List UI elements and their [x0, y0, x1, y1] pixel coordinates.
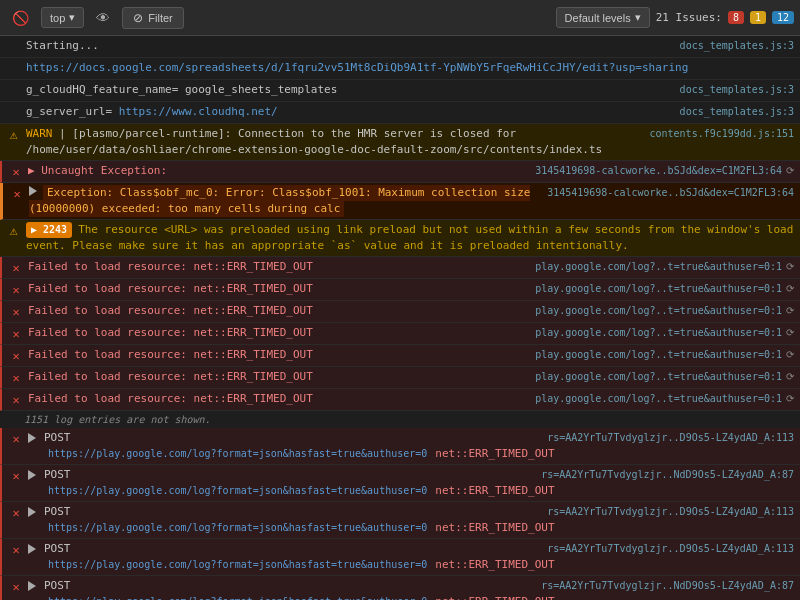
console-output: Starting...docs_templates.js:3https://do… — [0, 36, 800, 600]
log-message: g_cloudHQ_feature_name= google_sheets_te… — [26, 82, 680, 98]
reload-icon[interactable]: ⟳ — [786, 393, 794, 404]
error-icon: ✕ — [8, 392, 24, 408]
error-count-badge[interactable]: 8 — [728, 11, 744, 24]
log-divider: 1151 log entries are not shown. — [0, 411, 800, 428]
post-url[interactable]: https://play.google.com/log?format=json&… — [48, 594, 427, 600]
console-row[interactable]: Starting...docs_templates.js:3 — [0, 36, 800, 58]
reload-icon[interactable]: ⟳ — [786, 305, 794, 316]
issues-summary: 21 Issues: 8 1 12 — [656, 11, 794, 24]
error-icon: ✕ — [8, 304, 24, 320]
console-row[interactable]: ✕Failed to load resource: net::ERR_TIMED… — [0, 389, 800, 411]
error-message: Failed to load resource: net::ERR_TIMED_… — [28, 281, 535, 297]
source-link[interactable]: play.google.com/log?..t=true&authuser=0:… — [535, 391, 794, 407]
source-link[interactable]: play.google.com/log?..t=true&authuser=0:… — [535, 259, 794, 275]
warn-count-message: ▶ 2243The resource <URL> was preloaded u… — [26, 222, 794, 254]
source-link[interactable]: docs_templates.js:3 — [680, 104, 794, 120]
console-row[interactable]: ✕Failed to load resource: net::ERR_TIMED… — [0, 367, 800, 389]
source-link[interactable]: rs=AA2YrTu7Tvdyglzjr..NdD9Os5-LZ4ydAD_A:… — [541, 578, 794, 594]
console-row[interactable]: ✕POSTrs=AA2YrTu7Tvdyglzjr..NdD9Os5-LZ4yd… — [0, 576, 800, 600]
console-row[interactable]: ✕Failed to load resource: net::ERR_TIMED… — [0, 279, 800, 301]
log-link-row: https://docs.google.com/spreadsheets/d/1… — [26, 60, 794, 76]
console-row[interactable]: ✕Exception: Class$obf_mc_0: Error: Class… — [0, 183, 800, 220]
log-link[interactable]: https://docs.google.com/spreadsheets/d/1… — [26, 61, 688, 74]
error-post-message: POSTrs=AA2YrTu7Tvdyglzjr..D9Os5-LZ4ydAD_… — [28, 504, 794, 536]
issues-label: 21 Issues: — [656, 11, 722, 24]
reload-icon[interactable]: ⟳ — [786, 371, 794, 382]
top-context-selector[interactable]: top ▾ — [41, 7, 84, 28]
filter-button[interactable]: ⊘ Filter — [122, 7, 183, 29]
console-row[interactable]: ✕POSTrs=AA2YrTu7Tvdyglzjr..D9Os5-LZ4ydAD… — [0, 539, 800, 576]
filter-icon: ⊘ — [133, 11, 143, 25]
expand-icon[interactable] — [28, 470, 36, 480]
error-icon: ✕ — [8, 468, 24, 484]
console-row[interactable]: g_server_url= https://www.cloudhq.net/do… — [0, 102, 800, 124]
post-url[interactable]: https://play.google.com/log?format=json&… — [48, 446, 427, 462]
default-levels-label: Default levels — [565, 12, 631, 24]
console-row[interactable]: ✕POSTrs=AA2YrTu7Tvdyglzjr..NdD9Os5-LZ4yd… — [0, 465, 800, 502]
error-icon: ✕ — [8, 348, 24, 364]
net-error-text: net::ERR_TIMED_OUT — [435, 557, 554, 573]
default-levels-button[interactable]: Default levels ▾ — [556, 7, 650, 28]
console-row[interactable]: ⚠▶ 2243The resource <URL> was preloaded … — [0, 220, 800, 257]
error-message: Failed to load resource: net::ERR_TIMED_… — [28, 369, 535, 385]
source-link[interactable]: play.google.com/log?..t=true&authuser=0:… — [535, 303, 794, 319]
log-link[interactable]: https://www.cloudhq.net/ — [119, 105, 278, 118]
console-row[interactable]: ✕▶ Uncaught Exception:3145419698-calcwor… — [0, 161, 800, 183]
error-icon: ✕ — [8, 260, 24, 276]
log-message: Starting... — [26, 38, 680, 54]
console-row[interactable]: https://docs.google.com/spreadsheets/d/1… — [0, 58, 800, 80]
post-url[interactable]: https://play.google.com/log?format=json&… — [48, 483, 427, 499]
source-link[interactable]: 3145419698-calcworke..bSJd&dex=C1M2FL3:6… — [547, 185, 794, 201]
reload-icon[interactable]: ⟳ — [786, 165, 794, 176]
source-link[interactable]: play.google.com/log?..t=true&authuser=0:… — [535, 369, 794, 385]
info-icon — [6, 105, 22, 121]
reload-icon[interactable]: ⟳ — [786, 327, 794, 338]
info-icon — [6, 39, 22, 55]
source-link[interactable]: docs_templates.js:3 — [680, 38, 794, 54]
console-row[interactable]: ✕POSTrs=AA2YrTu7Tvdyglzjr..D9Os5-LZ4ydAD… — [0, 502, 800, 539]
console-row[interactable]: ✕Failed to load resource: net::ERR_TIMED… — [0, 301, 800, 323]
error-message: ▶ Uncaught Exception: — [28, 163, 535, 179]
source-link[interactable]: docs_templates.js:3 — [680, 82, 794, 98]
net-error-text: net::ERR_TIMED_OUT — [435, 483, 554, 499]
error-icon: ✕ — [8, 505, 24, 521]
net-error-text: net::ERR_TIMED_OUT — [435, 594, 554, 600]
error-post-message: POSTrs=AA2YrTu7Tvdyglzjr..D9Os5-LZ4ydAD_… — [28, 541, 794, 573]
source-link[interactable]: play.google.com/log?..t=true&authuser=0:… — [535, 325, 794, 341]
eye-icon-button[interactable]: 👁 — [90, 6, 116, 30]
expand-icon[interactable] — [28, 507, 36, 517]
warning-count-badge[interactable]: 1 — [750, 11, 766, 24]
source-link[interactable]: rs=AA2YrTu7Tvdyglzjr..D9Os5-LZ4ydAD_A:11… — [547, 430, 794, 446]
warn-repeat-badge[interactable]: ▶ 2243 — [26, 222, 72, 238]
source-link[interactable]: rs=AA2YrTu7Tvdyglzjr..D9Os5-LZ4ydAD_A:11… — [547, 541, 794, 557]
net-error-text: net::ERR_TIMED_OUT — [435, 520, 554, 536]
expand-icon[interactable] — [28, 581, 36, 591]
expand-icon[interactable] — [28, 544, 36, 554]
source-link[interactable]: rs=AA2YrTu7Tvdyglzjr..NdD9Os5-LZ4ydAD_A:… — [541, 467, 794, 483]
console-row[interactable]: ⚠WARN | [plasmo/parcel-runtime]: Connect… — [0, 124, 800, 161]
clear-console-button[interactable]: 🚫 — [6, 6, 35, 30]
source-link[interactable]: rs=AA2YrTu7Tvdyglzjr..D9Os5-LZ4ydAD_A:11… — [547, 504, 794, 520]
error-message: Failed to load resource: net::ERR_TIMED_… — [28, 303, 535, 319]
expand-icon[interactable] — [28, 433, 36, 443]
post-url[interactable]: https://play.google.com/log?format=json&… — [48, 557, 427, 573]
error-message: Failed to load resource: net::ERR_TIMED_… — [28, 347, 535, 363]
reload-icon[interactable]: ⟳ — [786, 283, 794, 294]
source-link[interactable]: play.google.com/log?..t=true&authuser=0:… — [535, 281, 794, 297]
console-row[interactable]: ✕Failed to load resource: net::ERR_TIMED… — [0, 257, 800, 279]
error-post-message: POSTrs=AA2YrTu7Tvdyglzjr..D9Os5-LZ4ydAD_… — [28, 430, 794, 462]
post-url[interactable]: https://play.google.com/log?format=json&… — [48, 520, 427, 536]
chevron-down-icon: ▾ — [635, 11, 641, 24]
reload-icon[interactable]: ⟳ — [786, 261, 794, 272]
console-row[interactable]: ✕Failed to load resource: net::ERR_TIMED… — [0, 345, 800, 367]
info-icon — [6, 83, 22, 99]
warning-icon: ⚠ — [6, 127, 22, 143]
source-link[interactable]: 3145419698-calcworke..bSJd&dex=C1M2FL3:6… — [535, 163, 794, 179]
console-row[interactable]: ✕POSTrs=AA2YrTu7Tvdyglzjr..D9Os5-LZ4ydAD… — [0, 428, 800, 465]
console-row[interactable]: ✕Failed to load resource: net::ERR_TIMED… — [0, 323, 800, 345]
source-link[interactable]: contents.f9c199dd.js:151 — [650, 126, 795, 142]
info-count-badge[interactable]: 12 — [772, 11, 794, 24]
console-row[interactable]: g_cloudHQ_feature_name= google_sheets_te… — [0, 80, 800, 102]
source-link[interactable]: play.google.com/log?..t=true&authuser=0:… — [535, 347, 794, 363]
reload-icon[interactable]: ⟳ — [786, 349, 794, 360]
